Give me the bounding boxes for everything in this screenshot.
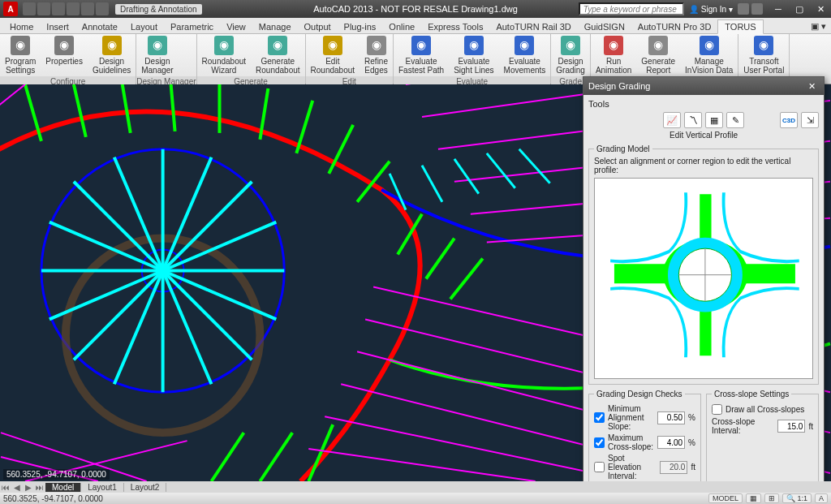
svg-line-34 [426, 239, 454, 279]
tab-autoturn-pro-3d[interactable]: AutoTURN Pro 3D [631, 20, 717, 33]
tab-home[interactable]: Home [3, 20, 40, 33]
dialog-close-icon[interactable]: ✕ [804, 81, 819, 92]
exchange-icon[interactable] [738, 3, 749, 15]
design-guidelines-label: DesignGuidelines [93, 57, 131, 75]
help-search-input[interactable] [579, 2, 684, 15]
design-grading-button[interactable]: ◉DesignGrading [551, 34, 590, 76]
max-cross-input[interactable] [657, 436, 685, 449]
layout-tab-model[interactable]: Model [45, 483, 81, 492]
tool-profile-icon[interactable]: 📈 [663, 112, 681, 128]
tool-slope-icon[interactable]: 〽 [684, 112, 702, 128]
tab-nav-prev-icon[interactable]: ◀ [11, 483, 23, 492]
minimize-button[interactable]: ─ [768, 2, 789, 16]
tab-insert[interactable]: Insert [40, 20, 75, 33]
tool-surface-icon[interactable]: ▦ [705, 112, 723, 128]
scale-button[interactable]: 🔍 1:1 [782, 493, 812, 503]
evaluate-movements-icon: ◉ [515, 36, 534, 55]
grid-toggle-icon[interactable]: ▦ [746, 493, 761, 503]
roundabout-wizard-label: RoundaboutWizard [202, 57, 247, 75]
tool-c3d-icon[interactable]: C3D [780, 112, 798, 128]
tab-torus[interactable]: TORUS [717, 19, 763, 34]
refine-edges-button[interactable]: ◉RefineEdges [360, 34, 393, 76]
design-grading-label: DesignGrading [556, 57, 585, 75]
edit-vertical-profile-label: Edit Vertical Profile [588, 131, 819, 140]
svg-line-31 [212, 433, 244, 481]
qat-undo-icon[interactable] [67, 2, 80, 15]
tab-parametric[interactable]: Parametric [164, 20, 220, 33]
dialog-title-bar[interactable]: Design Grading ✕ [583, 77, 824, 95]
model-space-button[interactable]: MODEL [708, 493, 743, 503]
properties-button[interactable]: ◉Properties [41, 34, 88, 76]
tab-nav-last-icon[interactable]: ⏭ [34, 483, 45, 492]
tool-export-icon[interactable]: ⇲ [801, 112, 819, 128]
tab-annotate[interactable]: Annotate [75, 20, 124, 33]
program-settings-label: ProgramSettings [5, 57, 36, 75]
run-animation-button[interactable]: ◉RunAnimation [591, 34, 636, 76]
generate-roundabout-button[interactable]: ◉GenerateRoundabout [251, 34, 305, 76]
refine-edges-icon: ◉ [367, 36, 386, 55]
min-slope-input[interactable] [657, 411, 685, 424]
tool-check-icon[interactable]: ✎ [726, 112, 744, 128]
tab-nav-first-icon[interactable]: ⏮ [0, 483, 11, 492]
tab-plug-ins[interactable]: Plug-ins [338, 20, 383, 33]
evaluate-movements-button[interactable]: ◉EvaluateMovements [499, 34, 551, 76]
tab-online[interactable]: Online [382, 20, 421, 33]
tab-output[interactable]: Output [298, 20, 338, 33]
help-icon[interactable] [751, 3, 763, 15]
tab-layout[interactable]: Layout [124, 20, 164, 33]
status-coords: 560.3525, -94.7107, 0.0000 [3, 494, 103, 503]
evaluate-sight-lines-button[interactable]: ◉EvaluateSight Lines [449, 34, 498, 76]
design-grading-dialog: Design Grading ✕ Tools 📈 〽 ▦ ✎ C3D ⇲ Edi… [583, 76, 825, 504]
app-icon[interactable]: A [3, 2, 18, 16]
evaluate-fastest-path-button[interactable]: ◉EvaluateFastest Path [394, 34, 449, 76]
max-cross-label: Maximum Cross-slope: [608, 433, 654, 451]
properties-icon: ◉ [54, 36, 74, 55]
max-cross-checkbox[interactable] [594, 437, 605, 448]
min-slope-label: Minimum Alignment Slope: [608, 404, 654, 431]
generate-report-button[interactable]: ◉GenerateReport [636, 34, 680, 76]
svg-line-7 [163, 182, 252, 271]
transoft-user-portal-button[interactable]: ◉TransoftUser Portal [738, 34, 789, 76]
dialog-title: Design Grading [588, 81, 650, 91]
layout-tab-layout2[interactable]: Layout2 [124, 483, 167, 492]
tab-express-tools[interactable]: Express Tools [421, 20, 489, 33]
edit-roundabout-button[interactable]: ◉EditRoundabout [306, 34, 360, 76]
roundabout-wizard-button[interactable]: ◉RoundaboutWizard [197, 34, 252, 76]
qat-new-icon[interactable] [23, 2, 36, 15]
tab-nav-next-icon[interactable]: ▶ [23, 483, 34, 492]
annotation-icon[interactable]: A [815, 493, 828, 503]
tab-view[interactable]: View [220, 20, 252, 33]
manage-invision-button[interactable]: ◉ManageInVision Data [680, 34, 738, 76]
cross-interval-unit: ft [808, 422, 813, 431]
qat-open-icon[interactable] [37, 2, 50, 15]
qat-print-icon[interactable] [96, 2, 109, 15]
snap-toggle-icon[interactable]: ⊞ [764, 493, 779, 503]
close-button[interactable]: ✕ [810, 2, 831, 16]
svg-line-51 [0, 84, 25, 117]
sign-in-button[interactable]: 👤 Sign In ▾ [689, 5, 733, 14]
design-guidelines-button[interactable]: ◉DesignGuidelines [88, 34, 136, 76]
transoft-user-portal-icon: ◉ [754, 36, 773, 55]
tab-guidsign[interactable]: GuidSIGN [578, 20, 631, 33]
run-animation-label: RunAnimation [596, 57, 631, 75]
program-settings-button[interactable]: ◉ProgramSettings [0, 34, 41, 76]
qat-redo-icon[interactable] [81, 2, 94, 15]
design-manager-button[interactable]: ◉DesignManager [136, 34, 178, 76]
status-bar: 560.3525, -94.7107, 0.0000 MODEL ▦ ⊞ 🔍 1… [0, 493, 831, 504]
grading-model-fieldset: Grading Model Select an alignment or cor… [588, 144, 819, 385]
layout-tab-layout1[interactable]: Layout1 [81, 483, 124, 492]
workspace-selector[interactable]: Drafting & Annotation [115, 4, 202, 15]
qat-save-icon[interactable] [52, 2, 65, 15]
spot-elev-checkbox[interactable] [594, 462, 605, 472]
tab-autoturn-rail-3d[interactable]: AutoTURN Rail 3D [489, 20, 577, 33]
min-slope-checkbox[interactable] [594, 412, 605, 423]
tab-manage[interactable]: Manage [252, 20, 298, 33]
spot-elev-label: Spot Elevation Interval: [608, 454, 657, 480]
draw-all-checkbox[interactable] [712, 404, 722, 415]
cross-interval-input[interactable] [777, 420, 805, 433]
draw-all-label: Draw all Cross-slopes [726, 405, 813, 414]
design-guidelines-icon: ◉ [102, 36, 122, 55]
roundabout-preview[interactable] [594, 178, 813, 379]
maximize-button[interactable]: ▢ [789, 2, 810, 16]
ribbon-collapse-icon[interactable]: ▣ ▾ [806, 19, 831, 33]
